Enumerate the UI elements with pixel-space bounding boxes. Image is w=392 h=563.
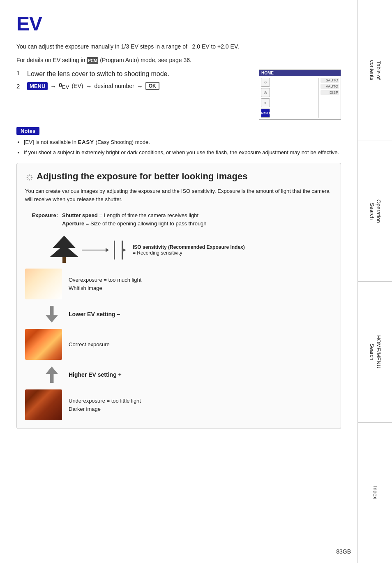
main-content: EV You can adjust the exposure manually … (0, 0, 357, 563)
cam-icon-menu: MENU (261, 109, 270, 118)
sidebar-item-home-menu-search[interactable]: HOME/MENUSearch (358, 282, 392, 423)
sun-icon: ☼ (25, 171, 34, 182)
dev-label: 0EV (59, 82, 69, 90)
arrow-up-row: Higher EV setting + (25, 366, 332, 383)
exposure-diagram: Exposure: Shutter speedShutter speed = L… (25, 211, 332, 227)
camera-menu-body: ☺ ◎ ≈ MENU $AUTO VAUTO DISP (259, 76, 341, 119)
underexposed-text2: Darker image (69, 405, 141, 413)
step1-num: 1 (16, 70, 23, 76)
ev-paren: (EV) (71, 83, 83, 89)
menu-badge: MENU (27, 82, 48, 90)
arrow3: → (137, 83, 143, 90)
ev-arrow-up (46, 366, 58, 383)
page-container: EV You can adjust the exposure manually … (0, 0, 392, 563)
exp-row-overexposed: Overexposure = too much light Whitish im… (25, 269, 332, 299)
steps-section: 1 Lower the lens cover to switch to shoo… (16, 70, 341, 120)
tree-mid (50, 245, 78, 257)
arrow-down-row: Lower EV setting – (25, 306, 332, 322)
higher-ev-label: Higher EV setting + (69, 371, 122, 378)
exp-desc-underexposed: Underexposure = too little light Darker … (69, 397, 141, 413)
exp-desc-overexposed: Overexposure = too much light Whitish im… (69, 276, 141, 292)
sidebar-home-label: HOME/MENUSearch (368, 335, 382, 368)
sensor-bar-right (122, 241, 123, 259)
ok-badge: OK (145, 82, 159, 90)
exp-row-underexposed: Underexposure = too little light Darker … (25, 389, 332, 420)
page-title: EV (16, 12, 341, 35)
underexposed-text1: Underexposure = too little light (69, 397, 141, 405)
exp-row-correct: Correct exposure (25, 329, 332, 360)
iso-section: ISO sensitivity (Recommended Exposure In… (133, 244, 245, 256)
camera-menu-header: HOME (259, 70, 341, 76)
exp-image-overexposed (25, 269, 62, 299)
arrow-line (82, 250, 106, 250)
overexposed-text2: Whitish image (69, 284, 141, 292)
ev-arrow-down (46, 306, 58, 322)
iso-label: ISO sensitivity (Recommended Exposure In… (133, 244, 245, 250)
shutter-text: Shutter speedShutter speed = Length of t… (62, 211, 332, 220)
overexposed-text1: Overexposure = too much light (69, 276, 141, 284)
sensor-arrow (123, 248, 126, 252)
note-item-1: [EV] is not available in EASY (Easy Shoo… (24, 138, 341, 147)
step1-row: 1 Lower the lens cover to switch to shoo… (16, 70, 251, 79)
exposure-intro: You can create various images by adjusti… (25, 187, 332, 204)
notes-list: [EV] is not available in EASY (Easy Shoo… (24, 138, 341, 157)
step2-row: 2 MENU → 0EV (EV) → desired number → OK (16, 82, 251, 90)
page-footer: 83GB (336, 548, 351, 555)
exposure-box: ☼ Adjusting the exposure for better look… (16, 163, 341, 429)
cam-btn-auto2: VAUTO (321, 84, 339, 89)
correct-text1: Correct exposure (69, 341, 110, 349)
exposure-title: ☼ Adjusting the exposure for better look… (25, 171, 332, 182)
sidebar-index-label: Index (371, 486, 378, 499)
iso-sub: = Recording sensitivity (133, 250, 245, 256)
step1-left: 1 Lower the lens cover to switch to shoo… (16, 70, 251, 93)
step2-content: MENU → 0EV (EV) → desired number → OK (27, 82, 159, 90)
sidebar: Table ofcontents OperationSearch HOME/ME… (357, 0, 392, 563)
step1-section: 1 Lower the lens cover to switch to shoo… (16, 70, 341, 120)
tree-trunk (62, 257, 66, 263)
exposure-examples: Overexposure = too much light Whitish im… (25, 269, 332, 420)
exposure-desc: Shutter speedShutter speed = Length of t… (62, 211, 332, 227)
ev-arrow-up-shaft (46, 366, 58, 383)
camera-menu-left: ☺ ◎ ≈ MENU (261, 78, 317, 118)
cam-icon-circle: ◎ (261, 88, 270, 97)
step1-text: Lower the lens cover to switch to shooti… (27, 70, 169, 79)
notes-badge: Notes (16, 127, 39, 135)
arrow1: → (50, 83, 56, 90)
lens-arrow (82, 250, 106, 250)
sidebar-toc-label: Table ofcontents (368, 60, 382, 80)
step2-num: 2 (16, 83, 23, 90)
camera-menu-box: HOME ☺ ◎ ≈ MENU $AUTO VAUTO DISP (259, 70, 341, 120)
desired-text: desired number (94, 83, 134, 89)
note-item-2: If you shoot a subject in extremely brig… (24, 148, 341, 157)
arrow-up-spacer (25, 366, 62, 383)
sidebar-item-operation-search[interactable]: OperationSearch (358, 141, 392, 282)
sidebar-item-index[interactable]: Index (358, 423, 392, 563)
sensor-bar-left (114, 241, 115, 259)
cam-btn-disp: DISP (321, 90, 339, 95)
lower-ev-label: Lower EV setting – (69, 311, 120, 317)
aperture-text: Aperture = Size of the opening allowing … (62, 220, 332, 228)
cam-icon-scene: ≈ (261, 98, 270, 107)
exp-image-correct (25, 329, 62, 360)
camera-menu-right: $AUTO VAUTO DISP (318, 78, 339, 118)
easy-badge: EASY (78, 139, 94, 145)
exp-desc-correct: Correct exposure (69, 341, 110, 349)
sidebar-op-label: OperationSearch (368, 199, 382, 223)
diagram-area: ISO sensitivity (Recommended Exposure In… (50, 236, 332, 264)
notes-section: Notes [EV] is not available in EASY (Eas… (16, 127, 341, 157)
ev-arrow-down-shaft (46, 306, 58, 322)
tree-shape (50, 236, 78, 264)
sidebar-item-toc[interactable]: Table ofcontents (358, 0, 392, 141)
cam-btn-auto1: $AUTO (321, 78, 339, 83)
sensor-group (114, 241, 123, 259)
pgm-icon: PCM (87, 57, 98, 64)
arrow2: → (85, 83, 92, 90)
intro-paragraph-1: You can adjust the exposure manually in … (16, 42, 341, 51)
cam-icon-smile: ☺ (261, 78, 270, 87)
arrow-down-spacer (25, 306, 62, 322)
exposure-label: Exposure: (25, 211, 58, 218)
intro-paragraph-2: For details on EV setting in PCM (Progra… (16, 56, 341, 65)
exp-image-underexposed (25, 389, 62, 420)
